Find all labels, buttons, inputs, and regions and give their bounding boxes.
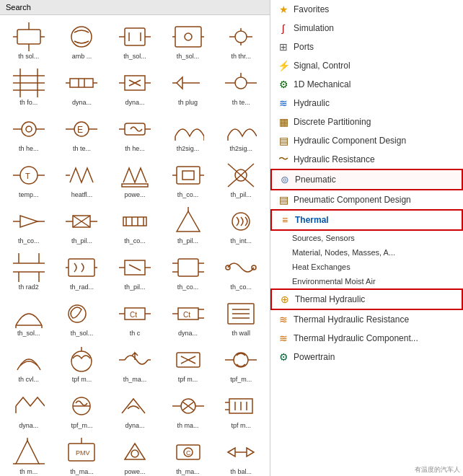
grid-item[interactable]: dyna... [109,64,161,109]
grid-item[interactable]: th_rad... [56,249,108,294]
nav-item-discrete-partitioning[interactable]: ▦Discrete Partitioning [270,113,463,131]
nav-item-signal-control[interactable]: ⚡Signal, Control [270,56,463,75]
component-icon [224,390,258,422]
component-icon [224,159,258,191]
component-icon [118,159,152,191]
grid-item[interactable]: th_co... [215,249,267,294]
grid-item[interactable]: th_pil... [56,203,108,247]
nav-icon-pneumatic: ⊚ [279,174,291,185]
grid-item[interactable]: tpf_m... [56,387,108,432]
nav-item-pneumatic[interactable]: ⊚Pneumatic [270,169,463,190]
nav-item-thermal-hydraulic[interactable]: ⊕Thermal Hydraulic [270,288,463,310]
grid-item[interactable]: Ctth c [109,295,161,340]
grid-item[interactable]: dyna... [109,387,161,432]
grid-item[interactable]: tpf m... [162,341,214,386]
component-icon [12,67,46,99]
nav-item-thermal-hydraulic-component[interactable]: ≋Thermal Hydraulic Component... [270,329,463,348]
grid-item[interactable]: amb ... [56,18,108,63]
nav-label-signal-control: Signal, Control [294,61,456,71]
grid-item[interactable]: th_sol... [3,295,55,340]
component-label: th_co... [177,191,199,198]
component-icon [171,159,206,191]
component-icon [224,436,258,468]
grid-item[interactable]: th ma... [162,387,214,432]
grid-item[interactable]: th fo... [3,64,55,109]
component-icon [171,21,206,53]
nav-item-hydraulic-component-design[interactable]: ▤Hydraulic Component Design [270,131,463,150]
grid-item[interactable]: th_pil... [109,249,161,294]
grid-item[interactable]: tpf m... [215,387,267,432]
grid-item[interactable]: th_sol... [56,295,108,340]
grid-item[interactable]: th te... [215,64,267,109]
nav-icon-1d-mechanical: ⚙ [278,79,289,90]
grid-item[interactable]: th_sol... [109,18,161,63]
component-icon [64,390,99,422]
component-icon [171,67,206,99]
nav-label-hydraulic: Hydraulic [294,98,456,108]
nav-item-hydraulic[interactable]: ≋Hydraulic [270,94,463,113]
grid-item[interactable]: th bal... [215,433,267,476]
grid-item[interactable]: tpf m... [56,341,108,386]
nav-item-pneumatic-component-design[interactable]: ▤Pneumatic Component Design [270,190,463,209]
nav-item-simulation[interactable]: ∫Simulation [270,19,463,38]
nav-label-pneumatic: Pneumatic [295,175,454,185]
component-icon [224,113,258,145]
nav-item-thermal[interactable]: ≡Thermal [270,209,463,231]
grid-item[interactable]: th_ma... [109,341,161,386]
nav-item-favorites[interactable]: ★Favorites [270,0,463,19]
grid-item[interactable]: th cvl... [3,341,55,386]
grid-item[interactable]: th rad2 [3,249,55,294]
component-label: th_ma... [70,468,94,475]
grid-item[interactable]: heatfl... [56,157,108,201]
grid-item[interactable]: th_co... [109,203,161,247]
grid-item[interactable]: powe... [109,433,161,476]
component-icon [171,252,206,283]
component-label: temp... [19,191,39,198]
nav-sub-item-heat-exchanges[interactable]: Heat Exchanges [270,260,463,274]
component-label: dyna... [72,99,92,106]
grid-item[interactable]: th_int... [215,203,267,247]
grid-item[interactable]: Ttemp... [3,157,55,201]
component-label: th wall [232,330,250,337]
grid-item[interactable]: PMVth_ma... [56,433,108,476]
grid-item[interactable]: Cth_ma... [162,433,214,476]
grid-item[interactable]: th2sig... [162,110,214,155]
grid-item[interactable]: Eth te... [56,110,108,155]
grid-item[interactable]: th wall [215,295,267,340]
grid-item[interactable]: th thr... [215,18,267,63]
grid-item[interactable]: th_co... [3,203,55,247]
nav-sub-item-material-nodes[interactable]: Material, Nodes, Masses, A... [270,245,463,260]
grid-item[interactable]: th m... [3,433,55,476]
grid-item[interactable]: tpf_m... [215,341,267,386]
grid-item[interactable]: th he... [3,110,55,155]
nav-sub-item-sources-sensors[interactable]: Sources, Sensors [270,231,463,245]
grid-item[interactable]: th_co... [162,249,214,294]
nav-item-1d-mechanical[interactable]: ⚙1D Mechanical [270,75,463,94]
nav-sub-item-environmental-moist-air[interactable]: Environmental Moist Air [270,274,463,288]
grid-item[interactable]: th he... [109,110,161,155]
nav-item-ports[interactable]: ⊞Ports [270,38,463,56]
grid-item[interactable]: th plug [162,64,214,109]
component-label: th sol... [18,53,39,60]
nav-item-powertrain[interactable]: ⚙Powertrain [270,348,463,366]
grid-item[interactable]: th_pil... [162,203,214,247]
svg-text:Ct: Ct [183,311,190,319]
svg-rect-67 [123,217,146,226]
component-icon [224,298,258,330]
grid-item[interactable]: th_co... [162,157,214,201]
nav-item-thermal-hydraulic-resistance[interactable]: ≋Thermal Hydraulic Resistance [270,310,463,329]
grid-item[interactable]: th_sol... [162,18,214,63]
grid-item[interactable]: th sol... [3,18,55,63]
nav-item-hydraulic-resistance[interactable]: 〜Hydraulic Resistance [270,150,463,169]
grid-item[interactable]: dyna... [56,64,108,109]
component-label: th he... [19,145,39,152]
grid-item[interactable]: powe... [109,157,161,201]
grid-item[interactable]: th_pil... [215,157,267,201]
grid-item[interactable]: Ctdyna... [162,295,214,340]
component-icon [224,67,258,99]
component-grid: th sol...amb ...th_sol...th_sol...th thr… [0,15,270,476]
component-icon [171,390,206,422]
grid-item[interactable]: dyna... [3,387,55,432]
component-label: th_sol... [177,53,200,60]
grid-item[interactable]: th2sig... [215,110,267,155]
